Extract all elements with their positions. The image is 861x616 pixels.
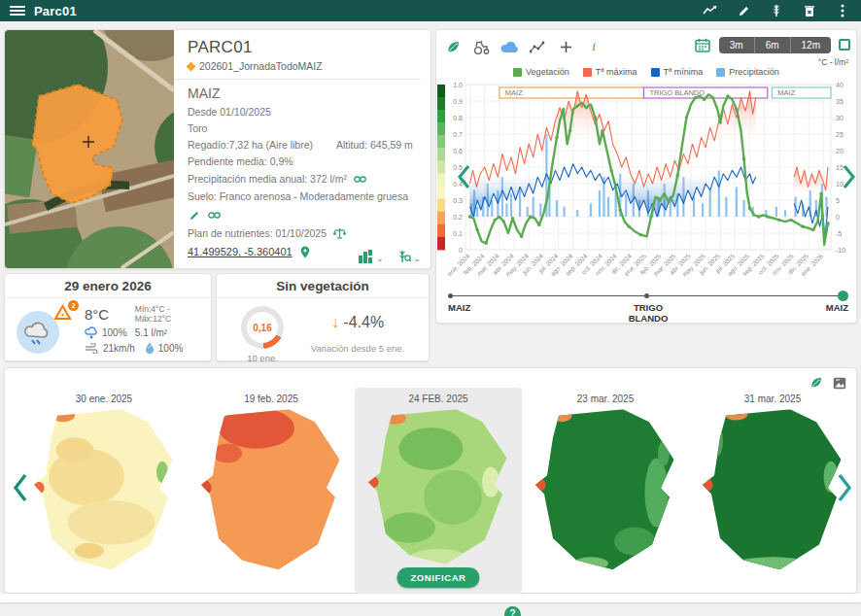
svg-text:0.1: 0.1 <box>453 230 463 237</box>
page: Parc01 <box>0 0 861 616</box>
svg-text:0.2: 0.2 <box>453 214 463 221</box>
timeline-label-trigo[interactable]: TRIGO BLANDO <box>621 302 675 324</box>
info-icon[interactable]: i <box>585 38 603 55</box>
vegetation-layer-icon[interactable] <box>444 38 462 55</box>
chevron-down-icon: ⌄ <box>376 254 384 263</box>
humidity-drop-icon <box>145 342 155 354</box>
range-6m-button[interactable]: 6m <box>754 37 790 53</box>
weather-card: 29 enero 2026 2 8°C Mín:4°C -Máx:12°C <box>4 273 212 361</box>
right-axis-unit: °C - l/m² <box>818 57 848 67</box>
rainfall-link-icon[interactable] <box>353 172 366 186</box>
crop-name: MAIZ <box>188 86 421 101</box>
carousel-item-1[interactable]: 30 ene. 2025 <box>20 388 188 582</box>
svg-text:20: 20 <box>836 148 844 154</box>
evolution-chart[interactable]: 1.00.90.80.70.60.50.40.30.20.10403530252… <box>436 79 858 285</box>
evolution-chart-card: i 3m 6m 12m °C - l/m² Vegetación Tª máxi… <box>435 29 857 324</box>
timeline-dot-maiz-2[interactable] <box>838 291 848 301</box>
vegetation-card: Sin vegetación 0,16 10 ene. ↓ -4.4% Vari… <box>216 273 430 361</box>
temp-minmax: Mín:4°C -Máx:12°C <box>135 304 205 324</box>
svg-text:5: 5 <box>836 197 840 204</box>
chart-next-chevron[interactable] <box>843 164 855 193</box>
add-series-icon[interactable] <box>557 38 574 55</box>
humidity: 100% <box>158 343 184 354</box>
carousel-item-5[interactable]: 31 mar. 2025 <box>689 388 856 582</box>
calendar-icon[interactable] <box>694 36 711 53</box>
field-map[interactable] <box>5 30 174 268</box>
field-ndvi-image <box>365 406 511 573</box>
svg-text:0: 0 <box>459 247 463 254</box>
legend-swatch-vegetation <box>513 68 522 77</box>
rain-prob-icon <box>85 326 98 339</box>
ndvi-image-carousel: 30 ene. 202519 feb. 202524 FEB. 2025ZONI… <box>4 367 857 594</box>
legend-swatch-tmax <box>583 68 592 77</box>
soil-edit-icon[interactable] <box>188 208 201 222</box>
range-12m-button[interactable]: 12m <box>790 37 831 53</box>
top-app-bar: Parc01 <box>0 0 861 21</box>
legend-swatch-tmin <box>651 68 660 77</box>
legend-label-vegetation: Vegetación <box>526 67 569 77</box>
timeline-label-maiz-1[interactable]: MAIZ <box>448 302 470 313</box>
irrigation-label: Regadío:7,32 ha (Aire libre) <box>188 139 313 151</box>
field-summary-card: PARC01 202601_JornadaTodoMAIZ MAIZ Desde… <box>4 29 431 269</box>
svg-text:40: 40 <box>836 82 844 88</box>
carousel-next-chevron[interactable] <box>838 473 852 506</box>
help-fab[interactable]: ? <box>504 606 521 616</box>
campaign-label: 202601_JornadaTodoMAIZ <box>199 60 323 72</box>
timeline-dot-maiz-1[interactable] <box>448 293 453 298</box>
page-title: Parc01 <box>34 4 77 18</box>
svg-text:0.3: 0.3 <box>453 197 463 204</box>
carousel-item-4[interactable]: 23 mar. 2025 <box>522 388 689 582</box>
weather-date: 29 enero 2026 <box>5 274 211 298</box>
current-temp: 8°C <box>75 306 135 323</box>
carousel-item-date: 31 mar. 2025 <box>689 394 856 404</box>
zonificar-button[interactable]: ZONIFICAR <box>396 567 479 588</box>
town-label: Toro <box>188 122 207 134</box>
carousel-prev-chevron[interactable] <box>13 473 27 506</box>
carousel-item-date: 30 ene. 2025 <box>20 394 188 404</box>
svg-text:0.6: 0.6 <box>453 148 463 154</box>
timeline-dot-trigo[interactable] <box>644 293 649 298</box>
wheat-icon[interactable] <box>762 2 791 19</box>
field-name: PARC01 <box>188 38 421 57</box>
svg-text:30: 30 <box>836 115 844 121</box>
wind-speed: 21km/h <box>103 343 135 354</box>
index-selector[interactable]: ⌄ <box>359 249 384 263</box>
campaign-row[interactable]: 202601_JornadaTodoMAIZ <box>188 60 421 72</box>
timeline-label-maiz-2[interactable]: MAIZ <box>826 302 848 313</box>
field-ndvi-image <box>533 406 678 579</box>
down-arrow-icon: ↓ <box>331 314 339 330</box>
ndvi-delta: -4.4% <box>343 314 384 330</box>
carousel-item-date: 23 mar. 2025 <box>522 394 689 404</box>
hamburger-menu-icon[interactable] <box>10 6 25 16</box>
carousel-item-3[interactable]: 24 FEB. 2025ZONIFICAR <box>355 388 522 594</box>
analytics-icon[interactable] <box>696 2 725 19</box>
expand-icon[interactable] <box>839 39 850 51</box>
scatter-series-icon[interactable] <box>529 38 546 55</box>
altitude-label: Altitud: 645,59 m <box>336 139 413 151</box>
range-buttons: 3m 6m 12m <box>719 37 831 53</box>
carousel-item-2[interactable]: 19 feb. 2025 <box>188 388 355 582</box>
slope-label: Pendiente media: 0,9% <box>188 155 293 167</box>
legend-swatch-precip <box>716 68 725 77</box>
range-3m-button[interactable]: 3m <box>719 37 754 53</box>
chart-prev-chevron[interactable] <box>458 164 470 193</box>
kebab-menu-icon[interactable] <box>828 2 857 19</box>
alert-count-badge: 2 <box>68 300 79 311</box>
weather-alert-icon[interactable]: 2 <box>53 304 77 324</box>
soil-link-icon[interactable] <box>207 208 221 222</box>
location-pin-icon[interactable] <box>298 245 312 258</box>
ndvi-value: 0,16 <box>241 306 284 349</box>
edit-pencil-icon[interactable] <box>729 2 758 19</box>
carousel-item-date: 19 feb. 2025 <box>188 394 355 404</box>
crop-selector[interactable]: ⌄ <box>396 249 421 263</box>
delete-trash-icon[interactable] <box>795 2 824 19</box>
coordinates-link[interactable]: 41.499529, -5.360401 <box>188 246 293 257</box>
svg-text:-5: -5 <box>836 230 842 237</box>
svg-text:1.0: 1.0 <box>453 82 463 88</box>
field-ndvi-image <box>31 406 177 579</box>
tractor-tasks-icon[interactable] <box>472 38 490 55</box>
nutrient-balance-icon[interactable] <box>332 226 346 240</box>
weather-layer-icon[interactable] <box>500 38 518 55</box>
svg-text:0.9: 0.9 <box>453 98 463 105</box>
carousel-item-date: 24 FEB. 2025 <box>355 394 522 404</box>
